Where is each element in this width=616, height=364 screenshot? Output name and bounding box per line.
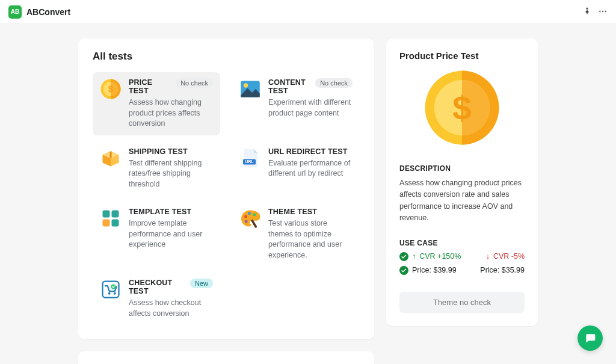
svg-point-14 — [253, 214, 256, 217]
test-item-cart[interactable]: CHECKOUT TESTNewAssess how checkout affe… — [93, 273, 220, 325]
svg-text:$: $ — [452, 89, 471, 127]
test-badge: New — [190, 279, 213, 288]
more-icon[interactable]: ⋯ — [599, 7, 608, 17]
app-logo: AB — [8, 5, 22, 19]
usecase-cvr-row: ↑ CVR +150% ↓ CVR -5% — [399, 252, 525, 261]
svg-text:$: $ — [108, 84, 113, 94]
test-item-tiles[interactable]: TEMPLATE TESTImprove template performanc… — [93, 202, 220, 267]
main-content: All tests $PRICE TESTNo checkAssess how … — [0, 24, 616, 364]
test-description: Evaluate performance of different url by… — [268, 158, 353, 179]
svg-point-4 — [244, 83, 248, 88]
all-tests-title: All tests — [93, 51, 360, 63]
svg-point-18 — [108, 292, 111, 295]
usecase-label: USE CASE — [399, 239, 525, 247]
test-name: PRICE TEST — [129, 78, 172, 95]
price-b-value: Price: $35.99 — [480, 266, 525, 274]
svg-point-19 — [114, 292, 116, 295]
description-text: Assess how changing product prices affec… — [399, 177, 525, 224]
detail-title: Product Price Test — [399, 51, 525, 61]
svg-point-12 — [244, 215, 247, 218]
svg-rect-11 — [112, 220, 119, 227]
topbar-actions: ⋯ — [583, 7, 608, 17]
test-description: Test various store themes to optimize pe… — [268, 218, 353, 261]
test-badge: No check — [315, 78, 353, 88]
cvr-up-value: CVR +150% — [419, 252, 461, 261]
help-link[interactable]: How to start a price test — [91, 360, 361, 364]
test-name: CHECKOUT TEST — [129, 279, 186, 295]
app-name: ABConvert — [26, 7, 583, 17]
cart-icon — [100, 279, 122, 300]
arrow-up-icon: ↑ — [412, 252, 416, 261]
svg-rect-8 — [103, 211, 110, 218]
test-badge: No check — [176, 78, 213, 88]
test-item-palette[interactable]: THEME TESTTest various store themes to o… — [232, 202, 360, 267]
tests-grid: $PRICE TESTNo checkAssess how changing p… — [93, 72, 360, 325]
pin-icon[interactable] — [583, 7, 591, 17]
test-item-coin[interactable]: $PRICE TESTNo checkAssess how changing p… — [93, 72, 220, 135]
coin-icon: $ — [100, 78, 122, 100]
svg-text:URL: URL — [245, 159, 254, 164]
tiles-icon — [100, 208, 122, 229]
test-description: Experiment with different product page c… — [268, 97, 353, 119]
test-name: SHIPPING TEST — [129, 147, 188, 156]
test-item-url[interactable]: URLURL REDIRECT TESTEvaluate performance… — [232, 141, 360, 196]
box-icon — [100, 147, 122, 169]
test-description: Improve template performance and user ex… — [129, 218, 213, 250]
help-links-card: How to start a price testHow to manage d… — [78, 351, 374, 364]
description-label: DESCRIPTION — [399, 164, 525, 173]
svg-point-15 — [245, 220, 248, 223]
test-description: Test different shipping rates/free shipp… — [129, 158, 213, 190]
test-item-box[interactable]: SHIPPING TESTTest different shipping rat… — [93, 141, 220, 196]
detail-hero-icon: $ — [399, 69, 525, 146]
test-name: URL REDIRECT TEST — [268, 147, 348, 156]
topbar: AB ABConvert ⋯ — [0, 0, 616, 24]
picture-icon — [239, 78, 261, 100]
test-name: THEME TEST — [268, 208, 317, 216]
price-a-value: Price: $39.99 — [412, 266, 457, 274]
url-icon: URL — [239, 147, 261, 169]
left-column: All tests $PRICE TESTNo checkAssess how … — [78, 39, 374, 364]
test-item-picture[interactable]: CONTENT TESTNo checkExperiment with diff… — [232, 72, 360, 135]
svg-rect-10 — [103, 220, 110, 227]
svg-point-13 — [248, 212, 251, 215]
check-icon — [399, 266, 408, 275]
test-description: Assess how checkout affects conversion — [129, 298, 213, 319]
test-name: CONTENT TEST — [268, 78, 312, 95]
palette-icon — [239, 208, 261, 229]
arrow-down-icon: ↓ — [486, 252, 490, 261]
cvr-down-value: CVR -5% — [493, 252, 525, 261]
test-detail-card: Product Price Test $ DESCRIPTION Assess … — [386, 39, 538, 326]
test-name: TEMPLATE TEST — [129, 208, 191, 216]
svg-rect-17 — [103, 282, 119, 298]
svg-rect-5 — [110, 151, 112, 158]
theme-no-check-button[interactable]: Theme no check — [399, 292, 525, 313]
chat-bubble-icon[interactable] — [578, 325, 603, 351]
test-description: Assess how changing product prices affec… — [129, 97, 213, 129]
all-tests-card: All tests $PRICE TESTNo checkAssess how … — [78, 39, 374, 339]
check-icon — [399, 252, 408, 261]
svg-rect-9 — [112, 211, 119, 218]
right-column: Product Price Test $ DESCRIPTION Assess … — [386, 39, 538, 364]
usecase-price-row: Price: $39.99 Price: $35.99 — [399, 266, 525, 275]
